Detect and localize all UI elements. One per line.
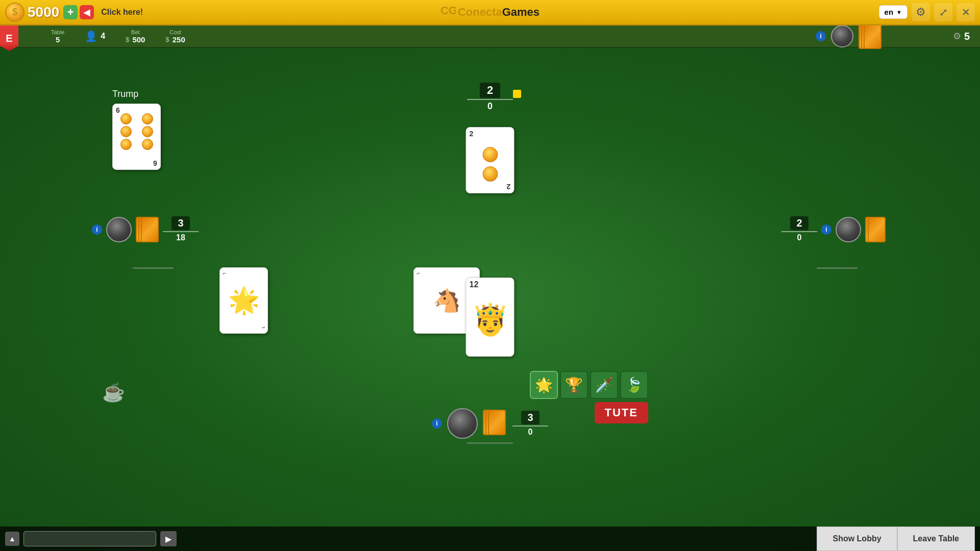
chat-input[interactable] bbox=[23, 531, 156, 546]
logo-cg: CG bbox=[440, 3, 456, 21]
suit-swords-button[interactable]: 🗡️ bbox=[590, 371, 618, 399]
pip bbox=[142, 113, 153, 124]
card-left-corner: ⌐ bbox=[223, 270, 226, 276]
top-player-score-area: 2 0 bbox=[467, 83, 513, 112]
left-player-info-btn[interactable]: i bbox=[92, 224, 102, 235]
chat-send-button[interactable]: ▶ bbox=[160, 531, 177, 546]
logo: CG ConectaGames bbox=[440, 3, 540, 21]
top-bar: $ 5000 + ◀ Click here! CG ConectaGames e… bbox=[0, 0, 980, 26]
right-player-info-btn[interactable]: i bbox=[821, 224, 831, 235]
deck-area: ⚙ 5 bbox=[953, 31, 970, 42]
played-card-top: 2 2 bbox=[466, 127, 514, 193]
suit-selector: 🌟 🏆 🗡️ 🍃 TUTE bbox=[530, 371, 648, 423]
table-label: Table bbox=[51, 29, 64, 35]
left-player-cards bbox=[136, 217, 159, 242]
bottom-score-sub: 0 bbox=[528, 428, 533, 437]
balance-display: 5000 bbox=[28, 4, 59, 20]
bet-value: 500 bbox=[132, 35, 145, 44]
played-card-left: ⌐ 🌟 ⌐ bbox=[219, 267, 268, 334]
trump-card: 6 6 bbox=[112, 104, 161, 170]
coffee-icon: ☕ bbox=[102, 382, 125, 403]
players-info: 👤 4 bbox=[85, 30, 105, 42]
right-player-cards bbox=[865, 217, 888, 242]
player-right: 2 0 i bbox=[781, 216, 888, 242]
fullscreen-icon: ⤢ bbox=[939, 6, 948, 18]
show-lobby-button[interactable]: Show Lobby bbox=[817, 527, 897, 551]
close-icon: ✕ bbox=[962, 6, 970, 18]
chevron-down-icon: ▼ bbox=[896, 9, 902, 15]
pip bbox=[142, 139, 153, 150]
bottom-buttons: Show Lobby Leave Table bbox=[817, 527, 975, 551]
add-balance-button[interactable]: + bbox=[63, 5, 78, 19]
pip bbox=[482, 147, 498, 162]
right-player-line bbox=[817, 267, 857, 269]
trump-label: Trump bbox=[112, 89, 161, 99]
tute-button[interactable]: TUTE bbox=[595, 402, 648, 423]
player-left: i 3 18 bbox=[92, 216, 199, 242]
left-score-value: 3 bbox=[172, 216, 189, 230]
card-top-number-br: 2 bbox=[507, 183, 511, 191]
pip bbox=[142, 126, 153, 137]
close-button[interactable]: ✕ bbox=[957, 3, 975, 21]
logo-conecta: Conecta bbox=[458, 6, 502, 18]
fullscreen-button[interactable]: ⤢ bbox=[934, 3, 952, 21]
top-score-value: 2 bbox=[480, 83, 500, 98]
suit-coins-button[interactable]: 🌟 bbox=[530, 371, 558, 399]
pip bbox=[120, 113, 132, 124]
card-bottom-number: 12 bbox=[470, 280, 479, 289]
cost-label: Cost bbox=[169, 29, 181, 35]
right-score-value: 2 bbox=[790, 216, 808, 230]
language-selector[interactable]: en ▼ bbox=[879, 5, 908, 19]
info-bar: E Table 5 👤 4 Bet $ 500 Cost $ 250 i bbox=[0, 26, 980, 48]
cost-info: Cost $ 250 bbox=[165, 29, 185, 44]
chat-collapse-button[interactable]: ▲ bbox=[5, 532, 19, 546]
left-player-avatar bbox=[106, 217, 132, 242]
leave-table-button[interactable]: Leave Table bbox=[897, 527, 975, 551]
score-divider bbox=[467, 99, 513, 100]
top-player-info-btn[interactable]: i bbox=[816, 31, 826, 41]
coins-suit-icon: 🌟 bbox=[535, 377, 553, 393]
trump-area: Trump 6 6 bbox=[112, 89, 161, 170]
bottom-player-info-btn[interactable]: i bbox=[432, 418, 442, 429]
left-score-sub: 18 bbox=[176, 233, 185, 242]
suit-row: 🌟 🏆 🗡️ 🍃 bbox=[530, 371, 648, 399]
players-value: 4 bbox=[101, 32, 105, 41]
bet-symbol: $ bbox=[126, 36, 129, 43]
collapse-icon: ▲ bbox=[9, 535, 16, 543]
e-badge: E bbox=[0, 26, 18, 51]
coffee-symbol: ☕ bbox=[102, 382, 125, 403]
top-right-controls: en ▼ ⚙ ⤢ ✕ bbox=[879, 3, 975, 21]
top-score-sub: 0 bbox=[487, 101, 493, 112]
pip bbox=[482, 166, 498, 182]
language-value: en bbox=[885, 8, 894, 16]
coin-icon: $ bbox=[5, 3, 24, 22]
suit-clubs-button[interactable]: 🍃 bbox=[620, 371, 648, 399]
cost-value: 250 bbox=[173, 35, 185, 44]
table-value: 5 bbox=[56, 35, 60, 44]
bet-info: Bet $ 500 bbox=[126, 29, 145, 44]
settings-button[interactable]: ⚙ bbox=[912, 3, 930, 21]
table-info: Table 5 bbox=[51, 29, 64, 44]
swords-suit-icon: 🗡️ bbox=[595, 377, 613, 393]
played-card-bottom: 12 🤴 bbox=[466, 278, 514, 357]
bottom-player-avatar bbox=[447, 408, 478, 439]
king-icon: 🤴 bbox=[471, 302, 509, 338]
right-player-avatar bbox=[836, 217, 861, 242]
top-player-avatar bbox=[831, 25, 853, 47]
suit-cups-button[interactable]: 🏆 bbox=[560, 371, 588, 399]
yellow-indicator bbox=[513, 90, 521, 98]
arrow-button[interactable]: ◀ bbox=[80, 5, 94, 19]
right-score-sub: 0 bbox=[797, 233, 802, 242]
pip bbox=[120, 139, 132, 150]
bottom-player-cards bbox=[483, 410, 507, 438]
top-player-mini: i bbox=[816, 23, 881, 49]
pip bbox=[120, 126, 132, 137]
send-icon: ▶ bbox=[165, 534, 172, 544]
king-figure-area: 🤴 bbox=[471, 278, 509, 356]
clubs-suit-icon: 🍃 bbox=[625, 377, 643, 393]
svg-text:CG: CG bbox=[440, 4, 456, 17]
game-table: Trump 6 6 2 0 i bbox=[0, 48, 980, 551]
trump-card-number-tl: 6 bbox=[116, 106, 120, 114]
card-top-number: 2 bbox=[470, 130, 474, 138]
logo-games: Games bbox=[502, 6, 540, 18]
